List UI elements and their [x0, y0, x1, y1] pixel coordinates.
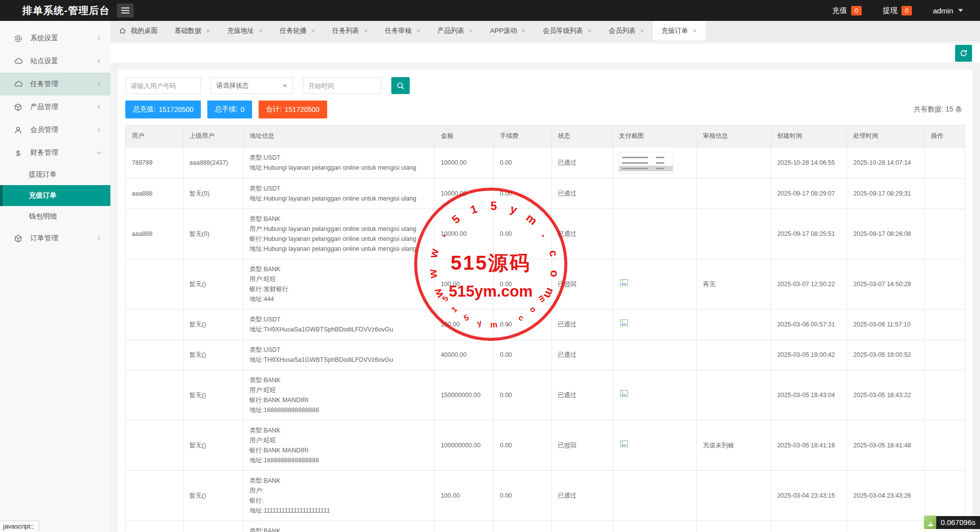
user-number-input[interactable] [125, 77, 201, 94]
sidebar-item-label: 系统设置 [30, 34, 58, 43]
sidebar-subitem[interactable]: 充值订单 [0, 185, 110, 206]
sidebar-item[interactable]: $财务管理 [0, 141, 110, 164]
tab-close-icon[interactable]: × [206, 27, 210, 34]
column-header: 金额 [435, 125, 494, 147]
tab-close-icon[interactable]: × [259, 27, 263, 34]
column-header: 操作 [925, 125, 965, 147]
created-time-cell: 2025-03-06 00:57:31 [771, 310, 847, 340]
payment-screenshot-thumbnail[interactable] [619, 152, 673, 173]
audit-cell: 充值未到账 [697, 421, 771, 471]
refresh-button[interactable] [955, 45, 972, 62]
top-header: 排单系统-管理后台 充值 0 提现 0 admin [0, 0, 980, 21]
address-line: 银行:BANK MANDIRI [250, 395, 429, 405]
parent-user-cell: 暂无() [183, 370, 243, 421]
tab-close-icon[interactable]: × [640, 27, 644, 34]
created-time-cell: 2025-03-05 19:00:42 [771, 340, 847, 370]
user-cell: aaa888 [126, 179, 183, 209]
total-recharge-button[interactable]: 总充值:151720500 [125, 101, 201, 118]
tab-close-icon[interactable]: × [311, 27, 316, 34]
fee-cell: 0.00 [494, 147, 552, 179]
action-cell [925, 310, 965, 340]
tab[interactable]: 我的桌面 [110, 21, 166, 40]
action-cell [925, 209, 965, 259]
tab[interactable]: 充值订单× [653, 21, 706, 40]
render-time: 0.067096s [936, 516, 980, 529]
address-line: 银行: [250, 496, 429, 506]
table-row: 789789aaa888(2437)类型:USDT地址:Hubungi laya… [126, 147, 965, 179]
total-fee-button[interactable]: 总手续:0 [207, 101, 252, 118]
tab[interactable]: 任务审核× [376, 21, 429, 40]
address-line: 类型:BANK [250, 526, 429, 532]
header-withdraw-item[interactable]: 提现 0 [883, 6, 912, 15]
sidebar-item[interactable]: 系统设置 [0, 27, 110, 50]
address-cell: 类型:USDT地址:TH9XHusaSa1GWBTSphBDodiLFDVVz6… [243, 310, 435, 340]
tab-label: 会员列表 [609, 26, 635, 35]
tab[interactable]: 会员等级列表× [534, 21, 600, 40]
header-recharge-item[interactable]: 充值 0 [832, 6, 862, 15]
tab-close-icon[interactable]: × [693, 27, 697, 34]
column-header: 用户 [126, 125, 183, 147]
broken-image-icon [619, 389, 629, 399]
action-cell [925, 370, 965, 421]
tab[interactable]: 产品列表× [429, 21, 482, 40]
address-cell: 类型:BANK用户:Hubungi layanan pelanggan onli… [243, 209, 435, 259]
tab[interactable]: 任务列表× [324, 21, 376, 40]
main-panel: 请选择状态 总充值:151720500 总手续:0 合计:151720500 共… [118, 70, 973, 532]
tab-close-icon[interactable]: × [587, 27, 592, 34]
chevL-icon [95, 235, 102, 242]
address-line: 地址:1111111111111111111111 [250, 506, 429, 516]
address-line: 用户:Hubungi layanan pelanggan online untu… [250, 224, 429, 234]
screenshot-cell [613, 340, 697, 370]
dollar-icon: $ [14, 149, 22, 157]
chevron-down-icon [282, 85, 287, 88]
orders-table: 用户上级用户地址信息金额手续费状态支付截图审核信息创建时间处理时间操作 7897… [125, 125, 965, 532]
recharge-count-badge: 0 [851, 6, 862, 15]
tab[interactable]: 任务轮播× [271, 21, 324, 40]
sidebar-item[interactable]: 订单管理 [0, 227, 110, 250]
status-select[interactable]: 请选择状态 [211, 77, 293, 94]
svg-text:$: $ [16, 149, 20, 157]
user-cell [126, 471, 183, 521]
sidebar-item[interactable]: 产品管理 [0, 96, 110, 118]
action-cell [925, 147, 965, 179]
start-time-input[interactable] [303, 77, 381, 94]
address-line: 用户:旺旺 [250, 435, 429, 445]
user-menu[interactable]: admin [933, 6, 963, 15]
search-button[interactable] [391, 77, 410, 94]
screenshot-cell [613, 310, 697, 340]
column-header: 上级用户 [183, 125, 243, 147]
total-sum-button[interactable]: 合计:151720500 [259, 101, 327, 118]
sidebar-item[interactable]: 站点设置 [0, 50, 110, 73]
tab[interactable]: 基础数据× [166, 21, 219, 40]
tab[interactable]: 会员列表× [600, 21, 653, 40]
column-header: 支付截图 [613, 125, 697, 147]
audit-cell [697, 471, 771, 521]
fee-cell: 0.00 [494, 340, 552, 370]
column-header: 创建时间 [771, 125, 847, 147]
amount-cell: 40000.00 [435, 340, 494, 370]
tab-close-icon[interactable]: × [522, 27, 526, 34]
tab[interactable]: APP滚动× [482, 21, 535, 40]
user-cell [126, 421, 183, 471]
sidebar-item[interactable]: 会员管理 [0, 118, 110, 141]
tab-close-icon[interactable]: × [416, 27, 421, 34]
audit-cell [697, 521, 771, 532]
tab[interactable]: 充值地址× [219, 21, 271, 40]
processed-time-cell: 2025-03-06 11:57:10 [847, 310, 925, 340]
recharge-label: 充值 [832, 6, 847, 15]
tab-label: 我的桌面 [131, 26, 158, 35]
browser-status-link: javascript:; [0, 521, 39, 532]
sidebar-subitem[interactable]: 提现订单 [0, 164, 110, 185]
sidebar-subitem[interactable]: 钱包明细 [0, 206, 110, 227]
address-cell: 类型:USDT地址:TH9XHusaSa1GWBTSphBDodiLFDVVz6… [243, 340, 435, 370]
parent-user-cell: 暂无() [183, 340, 243, 370]
address-line: 地址:TH9XHusaSa1GWBTSphBDodiLFDVVz6ovGu [250, 324, 429, 334]
processed-time-cell: 2025-03-05 18:41:48 [847, 421, 925, 471]
tab-close-icon[interactable]: × [363, 27, 368, 34]
chevD-icon [95, 149, 102, 156]
sidebar-item[interactable]: 任务管理 [0, 73, 110, 96]
address-line: 银行:Hubungi layanan pelanggan online untu… [250, 234, 429, 244]
tab-close-icon[interactable]: × [469, 27, 473, 34]
sidebar-toggle-button[interactable] [117, 3, 134, 17]
user-cell [126, 370, 183, 421]
